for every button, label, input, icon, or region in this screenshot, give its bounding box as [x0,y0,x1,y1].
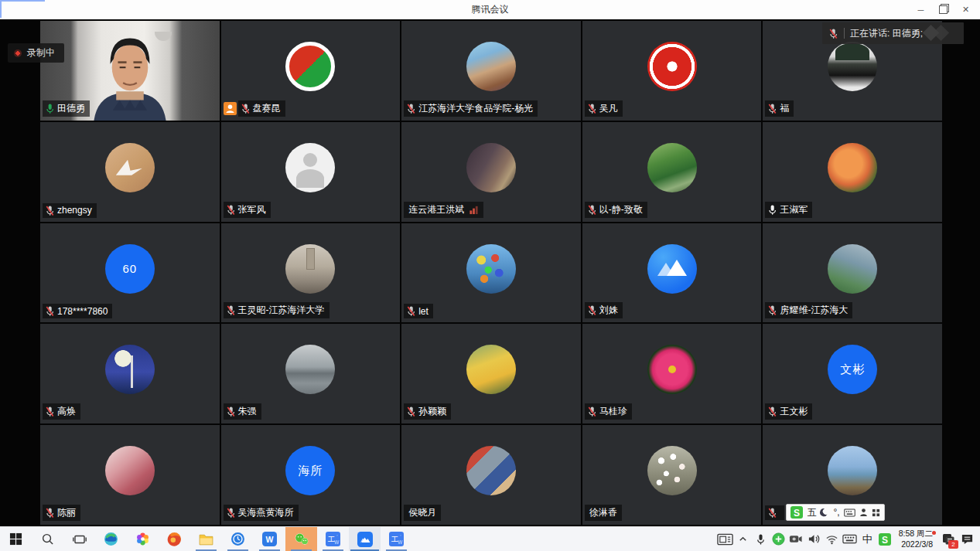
participant-tile[interactable]: 陈丽 [40,425,220,525]
notification-icon [961,533,974,546]
participant-tile[interactable]: 田德勇 [40,21,220,121]
participant-name: let [418,306,429,317]
taskbar-blue-doc-2-button[interactable]: 工ʼW [381,527,412,551]
speaking-label: 正在讲话: 田德勇; [850,27,923,40]
message-tray-button[interactable]: 2 [938,527,958,551]
taskbar-blue-doc-1-button[interactable]: 工ʼW [317,527,349,551]
minimize-button[interactable]: ─ [910,0,932,19]
tile-label-row: 盘赛昆 [224,100,285,117]
participant-tile[interactable]: 高焕 [40,324,220,423]
tray-ime-zh-button[interactable]: 中 [859,527,876,551]
participant-name: 178****7860 [57,306,108,317]
network-signal-icon [469,205,479,215]
participant-tile[interactable]: 孙颖颖 [401,324,581,423]
taskbar-firefox-button[interactable] [159,527,190,551]
tile-label-row: S五°, [765,504,884,521]
tray-sogou-button[interactable]: S [876,527,894,551]
tile-label-row: 朱强 [224,403,261,420]
participant-tile[interactable]: 王淑军 [763,122,942,222]
tray-keyboard-button[interactable] [841,527,859,551]
participant-tile[interactable]: 王灵昭-江苏海洋大学 [221,223,401,323]
wechat-icon [294,532,309,546]
person-sm-icon[interactable] [859,508,868,517]
taskbar-clock-app-button[interactable] [222,527,254,551]
mic-muted-icon [406,103,416,114]
taskbar-file-explorer-button[interactable] [190,527,222,551]
participant-tile[interactable]: 海所吴海燕黄海所 [221,425,401,525]
mic-muted-icon [45,305,55,317]
taskbar-pinwheel-button[interactable] [127,527,159,551]
name-pill: 王文彬 [765,403,812,420]
participant-tile[interactable]: 60178****7860 [40,223,220,323]
firefox-icon [167,532,182,546]
tile-label-row: 178****7860 [43,304,112,318]
participant-tile[interactable]: 房耀维-江苏海大 [763,223,942,323]
restore-button[interactable] [932,0,954,19]
taskbar-edge-button[interactable] [95,527,127,551]
tile-label-row: let [404,304,433,318]
mic-muted-icon [587,406,597,417]
tray-tray-mic-button[interactable] [752,527,770,551]
tray-news-panel-button[interactable] [716,527,734,551]
task-view-icon [73,532,87,546]
participant-name: zhengsy [57,205,92,216]
participant-name: 吴凡 [599,102,618,115]
clock-notification-dot [932,531,936,535]
file-explorer-icon [199,532,213,546]
ime-mode-label[interactable]: 五 [807,506,816,519]
notification-center-button[interactable] [958,527,976,551]
taskbar-start-button[interactable] [0,527,32,551]
avatar-initials-haisuo: 海所 [285,446,335,495]
participant-tile[interactable]: zhengsy [40,122,220,222]
participant-tile[interactable]: 张军风 [221,122,401,222]
taskbar-wechat-button[interactable] [285,527,317,551]
name-pill: 田德勇 [43,100,90,117]
tray-safety-360-button[interactable] [770,527,787,551]
participant-name: 马桂珍 [599,405,627,418]
participant-tile[interactable]: 徐淋香 [582,425,762,525]
taskbar-search-button[interactable] [32,527,63,551]
moon-icon[interactable] [820,508,829,517]
participant-tile[interactable]: 侯晓月 [401,425,581,525]
svg-text:W: W [398,539,402,545]
participant-tile[interactable]: 文彬王文彬 [763,324,942,423]
participant-tile[interactable]: 刘姝 [582,223,762,323]
keyboard-sm-icon[interactable] [844,508,855,517]
avatar-comb [105,446,155,495]
participant-name: 江苏海洋大学食品学院-杨光 [418,102,533,115]
taskbar: W工ʼW工ʼW 中S 8:58 周二 2022/3/8 2 [0,526,980,551]
ime-toolbar[interactable]: S五°, [786,504,884,521]
avatar-garden [647,143,697,192]
close-button[interactable]: ✕ [954,0,977,19]
name-pill: 以-静-致敬 [585,202,647,218]
tray-speaker-button[interactable] [805,527,823,551]
tile-label-row: 孙颖颖 [404,403,451,420]
taskbar-task-view-button[interactable] [63,527,95,551]
participant-tile[interactable]: let [401,223,581,323]
participant-tile[interactable]: 以-静-致敬 [582,122,762,222]
taskbar-wps-button[interactable]: W [254,527,285,551]
mic-muted-icon [587,304,597,316]
participant-tile[interactable]: 马桂珍 [582,324,762,423]
taskbar-clock[interactable]: 8:58 周二 2022/3/8 [894,529,938,549]
participant-tile[interactable]: 盘赛昆 [221,21,401,121]
participant-tile[interactable]: 朱强 [221,324,401,423]
ime-mode-label[interactable]: °, [833,507,839,518]
participant-tile[interactable]: S五°, [763,425,942,525]
participant-tile[interactable]: 吴凡 [582,21,762,121]
mic-muted-icon [226,304,236,316]
window-controls: ─ ✕ [910,0,977,19]
taskbar-meeting-button[interactable] [349,527,381,551]
tile-label-row: 吴海燕黄海所 [224,505,299,521]
tray-chevron-up-button[interactable] [734,527,752,551]
blue-doc-2-icon: 工ʼW [389,532,404,546]
tray-network-button[interactable] [823,527,841,551]
taskbar-apps: W工ʼW工ʼW [0,527,412,551]
participant-tile[interactable]: 江苏海洋大学食品学院-杨光 [401,21,581,121]
participant-tile[interactable]: 连云港王洪斌 [401,122,581,222]
name-pill: 房耀维-江苏海大 [765,302,852,318]
tray-camera-button[interactable] [787,527,805,551]
apps-grid-icon[interactable] [872,508,880,517]
sogou-s-icon[interactable]: S [790,506,803,519]
avatar-blossoms [647,446,697,495]
